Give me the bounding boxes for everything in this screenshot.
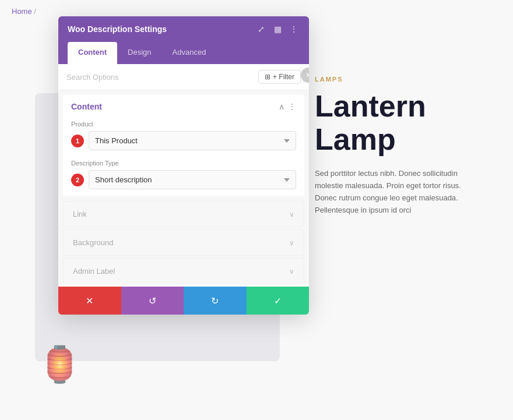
product-field-row: 1 This Product: [71, 131, 296, 150]
save-button[interactable]: ✓: [247, 287, 310, 315]
cancel-button[interactable]: ✕: [58, 287, 121, 315]
tab-content[interactable]: Content: [68, 42, 117, 64]
background-chevron-icon: ∨: [289, 239, 294, 247]
section-header: Content ∧ ⋮: [63, 95, 304, 118]
description-type-field-row: 2 Short description: [71, 170, 296, 189]
product-label: Product: [71, 121, 296, 128]
modal-body: Search Options ⊞ + Filter Content ∧ ⋮: [58, 64, 309, 284]
link-chevron-icon: ∨: [289, 210, 294, 218]
undo-icon: ↺: [149, 295, 156, 306]
redo-icon: ↻: [211, 295, 219, 306]
section-title: Content: [71, 102, 102, 111]
product-description: Sed porttitor lectus nibh. Donec sollici…: [315, 168, 478, 216]
page-content: LAMPS Lantern Lamp Sed porttitor lectus …: [315, 76, 478, 217]
more-icon[interactable]: ⋮: [288, 23, 300, 35]
product-field-group: Product 1 This Product: [63, 118, 304, 157]
search-placeholder[interactable]: Search Options: [66, 73, 119, 82]
lamp-icon: 🏮: [38, 344, 82, 385]
admin-label-chevron-icon: ∨: [289, 267, 294, 276]
tab-bar: Content Design Advanced: [58, 42, 309, 64]
step-1-badge: 1: [71, 135, 84, 147]
settings-modal: Woo Description Settings ⤢ ▦ ⋮ Content D…: [58, 16, 309, 315]
tab-design[interactable]: Design: [117, 42, 161, 64]
description-type-select[interactable]: Short description: [89, 170, 296, 189]
background-title: Background: [73, 238, 113, 247]
cancel-icon: ✕: [86, 295, 93, 306]
tab-advanced[interactable]: Advanced: [162, 42, 217, 64]
filter-icon: ⊞: [265, 73, 270, 81]
admin-label-section: Admin Label ∨: [63, 258, 304, 284]
link-section: Link ∨: [63, 201, 304, 227]
background-section-header[interactable]: Background ∨: [64, 230, 304, 255]
content-section: Content ∧ ⋮ Product 1 This Product: [63, 95, 304, 196]
modal-footer: ✕ ↺ ↻ ✓: [58, 287, 309, 315]
admin-label-title: Admin Label: [73, 267, 115, 276]
columns-icon[interactable]: ▦: [272, 23, 283, 35]
description-type-field-group: Description Type 2 Short description: [63, 157, 304, 196]
modal-header: Woo Description Settings ⤢ ▦ ⋮: [58, 16, 309, 42]
undo-button[interactable]: ↺: [121, 287, 184, 315]
section-more-icon[interactable]: ⋮: [288, 102, 296, 111]
breadcrumb-home[interactable]: Home: [12, 7, 32, 16]
page-background: Home / 🏮 LAMPS Lantern Lamp Sed porttito…: [0, 0, 513, 420]
collapse-icon[interactable]: ∧: [279, 102, 284, 111]
description-type-label: Description Type: [71, 160, 296, 167]
admin-label-section-header[interactable]: Admin Label ∨: [64, 259, 304, 284]
background-section: Background ∨: [63, 230, 304, 256]
filter-button[interactable]: ⊞ + Filter: [258, 70, 301, 84]
redo-button[interactable]: ↻: [184, 287, 247, 315]
search-bar: Search Options ⊞ + Filter: [58, 64, 309, 90]
lamp-image: 🏮: [36, 327, 83, 385]
save-icon: ✓: [274, 295, 282, 306]
modal-title: Woo Description Settings: [68, 24, 167, 34]
product-select[interactable]: This Product: [89, 131, 296, 150]
product-title: Lantern Lamp: [315, 90, 478, 156]
link-section-header[interactable]: Link ∨: [64, 202, 304, 227]
step-2-badge: 2: [71, 174, 84, 186]
category-label: LAMPS: [315, 76, 478, 83]
fullscreen-icon[interactable]: ⤢: [255, 23, 267, 35]
breadcrumb-separator: /: [32, 7, 36, 16]
link-title: Link: [73, 210, 87, 218]
header-actions: ⤢ ▦ ⋮: [255, 23, 300, 35]
section-actions: ∧ ⋮: [279, 102, 296, 111]
